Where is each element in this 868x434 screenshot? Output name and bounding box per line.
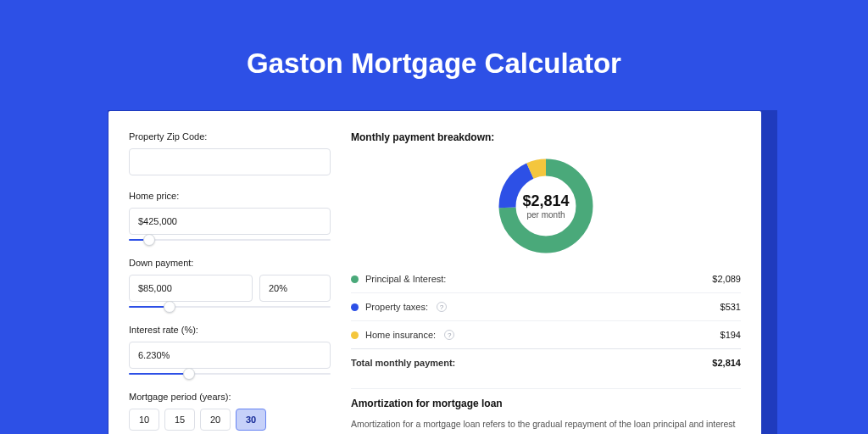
- legend-label: Property taxes:: [365, 302, 428, 312]
- slider-thumb[interactable]: [164, 301, 175, 313]
- period-button-20[interactable]: 20: [200, 409, 231, 431]
- period-options: 10152030: [129, 409, 331, 431]
- legend-value: $2,089: [712, 274, 741, 284]
- down-payment-label: Down payment:: [129, 258, 331, 268]
- period-label: Mortgage period (years):: [129, 392, 331, 402]
- legend-row: Property taxes:?$531: [351, 292, 741, 320]
- amortization-text: Amortization for a mortgage loan refers …: [351, 418, 741, 434]
- help-icon[interactable]: ?: [437, 302, 447, 312]
- period-button-15[interactable]: 15: [164, 409, 195, 431]
- legend-row: Home insurance:?$194: [351, 320, 741, 348]
- interest-rate-input[interactable]: [129, 342, 331, 369]
- amortization-heading: Amortization for mortgage loan: [351, 398, 741, 409]
- legend-total-value: $2,814: [712, 358, 741, 368]
- breakdown-heading: Monthly payment breakdown:: [351, 131, 741, 143]
- home-price-input[interactable]: [129, 208, 331, 235]
- legend-swatch: [351, 303, 359, 311]
- zip-label: Property Zip Code:: [129, 131, 331, 142]
- slider-track: [129, 239, 331, 241]
- legend-value: $194: [721, 330, 741, 340]
- legend-row: Principal & Interest:$2,089: [351, 265, 741, 292]
- legend-swatch: [351, 275, 359, 283]
- legend-total-label: Total monthly payment:: [351, 358, 455, 368]
- legend: Principal & Interest:$2,089Property taxe…: [351, 265, 741, 376]
- donut-center-sub: per month: [526, 210, 565, 220]
- slider-fill: [129, 373, 189, 375]
- period-button-10[interactable]: 10: [129, 409, 159, 431]
- divider: [351, 388, 741, 389]
- down-payment-slider[interactable]: [129, 301, 331, 313]
- help-icon[interactable]: ?: [444, 330, 454, 340]
- legend-label: Principal & Interest:: [365, 274, 446, 284]
- breakdown-panel: Monthly payment breakdown: $2,814 per mo…: [351, 131, 741, 434]
- slider-thumb[interactable]: [183, 368, 195, 380]
- zip-input[interactable]: [129, 148, 331, 175]
- period-button-30[interactable]: 30: [236, 409, 266, 431]
- down-payment-amount-input[interactable]: [129, 275, 253, 302]
- legend-swatch: [351, 331, 359, 339]
- home-price-slider[interactable]: [129, 234, 331, 246]
- legend-row-total: Total monthly payment:$2,814: [351, 348, 741, 376]
- down-payment-percent-input[interactable]: [259, 275, 331, 302]
- interest-rate-slider[interactable]: [129, 368, 331, 380]
- legend-value: $531: [721, 302, 741, 312]
- form-panel: Property Zip Code: Home price: Down paym…: [129, 131, 331, 434]
- donut-center-amount: $2,814: [522, 192, 569, 210]
- donut-chart: $2,814 per month: [495, 155, 597, 257]
- legend-label: Home insurance:: [365, 330, 436, 340]
- page-title: Gaston Mortgage Calculator: [0, 0, 868, 80]
- calculator-card: Property Zip Code: Home price: Down paym…: [108, 111, 761, 434]
- interest-rate-label: Interest rate (%):: [129, 325, 331, 335]
- slider-thumb[interactable]: [143, 234, 155, 246]
- home-price-label: Home price:: [129, 191, 331, 201]
